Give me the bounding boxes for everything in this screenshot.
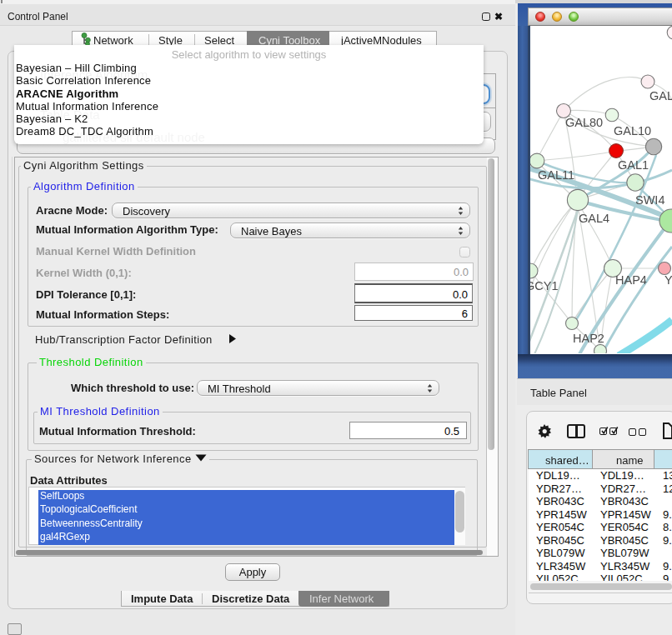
- svg-text:HAP4: HAP4: [615, 273, 647, 287]
- svg-text:SWI4: SWI4: [635, 193, 664, 207]
- svg-text:GAL4: GAL4: [579, 212, 609, 225]
- svg-text:GAL1: GAL1: [618, 158, 649, 172]
- svg-text:GAL10: GAL10: [614, 124, 651, 138]
- svg-text:GAL11: GAL11: [538, 168, 574, 182]
- svg-text:Y: Y: [664, 273, 672, 287]
- svg-text:GAL: GAL: [649, 89, 672, 102]
- svg-text:HAP2: HAP2: [573, 332, 604, 345]
- svg-text:GAL80: GAL80: [565, 116, 603, 129]
- svg-text:GCY1: GCY1: [530, 279, 559, 292]
